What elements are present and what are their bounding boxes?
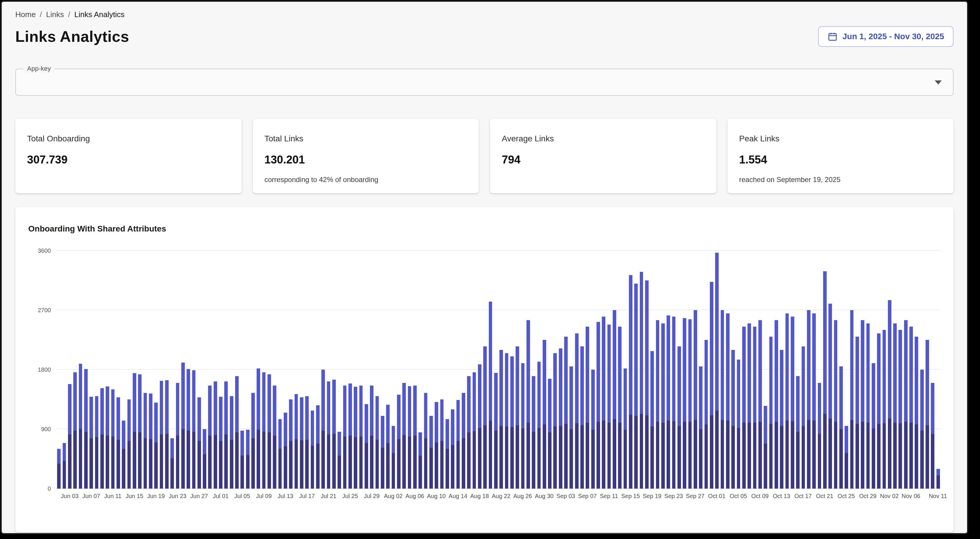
bar[interactable] — [94, 250, 99, 489]
bar[interactable] — [245, 250, 250, 489]
bar[interactable] — [552, 250, 558, 489]
bar[interactable] — [509, 250, 515, 489]
bar[interactable] — [698, 250, 703, 489]
bar[interactable] — [315, 250, 320, 489]
bar[interactable] — [719, 250, 725, 489]
bar[interactable] — [240, 250, 245, 489]
bar[interactable] — [795, 250, 800, 489]
bar[interactable] — [191, 250, 196, 489]
bar[interactable] — [633, 250, 639, 489]
bar[interactable] — [757, 250, 763, 489]
bar[interactable] — [428, 250, 434, 489]
bar[interactable] — [202, 250, 207, 489]
bar[interactable] — [364, 250, 369, 489]
bar[interactable] — [89, 250, 94, 489]
bar[interactable] — [288, 250, 293, 489]
bar[interactable] — [925, 250, 930, 489]
bar[interactable] — [261, 250, 266, 489]
bar[interactable] — [542, 250, 547, 489]
bar[interactable] — [920, 250, 925, 489]
bar[interactable] — [326, 250, 331, 489]
bar[interactable] — [369, 250, 374, 489]
bar[interactable] — [358, 250, 363, 489]
date-range-button[interactable]: Jun 1, 2025 - Nov 30, 2025 — [818, 26, 953, 47]
bar[interactable] — [385, 250, 391, 489]
bar[interactable] — [779, 250, 784, 489]
breadcrumb-item-home[interactable]: Home — [15, 10, 36, 19]
bar[interactable] — [461, 250, 466, 489]
bar[interactable] — [283, 250, 288, 489]
bar[interactable] — [293, 250, 299, 489]
bar[interactable] — [186, 250, 191, 489]
bar[interactable] — [445, 250, 450, 489]
bar[interactable] — [396, 250, 401, 489]
bar[interactable] — [881, 250, 887, 489]
bar[interactable] — [811, 250, 817, 489]
bar[interactable] — [164, 250, 170, 489]
bar[interactable] — [747, 250, 752, 489]
bar[interactable] — [639, 250, 644, 489]
bar[interactable] — [170, 250, 175, 489]
bar[interactable] — [768, 250, 773, 489]
bar[interactable] — [418, 250, 423, 489]
bar[interactable] — [159, 250, 164, 489]
bar[interactable] — [714, 250, 719, 489]
bar[interactable] — [655, 250, 660, 489]
bar[interactable] — [649, 250, 655, 489]
bar[interactable] — [99, 250, 105, 489]
bar[interactable] — [865, 250, 870, 489]
bar[interactable] — [142, 250, 148, 489]
bar[interactable] — [105, 250, 110, 489]
bar[interactable] — [62, 250, 67, 489]
bar[interactable] — [800, 250, 806, 489]
bar[interactable] — [930, 250, 935, 489]
bar[interactable] — [116, 250, 121, 489]
bar[interactable] — [526, 250, 531, 489]
bar[interactable] — [790, 250, 795, 489]
bar[interactable] — [423, 250, 428, 489]
bar[interactable] — [267, 250, 272, 489]
bar[interactable] — [439, 250, 444, 489]
bar[interactable] — [741, 250, 747, 489]
bar[interactable] — [628, 250, 633, 489]
bar[interactable] — [520, 250, 525, 489]
bar[interactable] — [763, 250, 768, 489]
bar[interactable] — [908, 250, 914, 489]
bar[interactable] — [660, 250, 666, 489]
bar[interactable] — [218, 250, 223, 489]
bar[interactable] — [272, 250, 277, 489]
bar[interactable] — [137, 250, 142, 489]
bar[interactable] — [412, 250, 418, 489]
bar[interactable] — [606, 250, 611, 489]
bar[interactable] — [887, 250, 892, 489]
bar[interactable] — [601, 250, 606, 489]
bar[interactable] — [574, 250, 579, 489]
bar[interactable] — [67, 250, 72, 489]
bar[interactable] — [844, 250, 849, 489]
bar[interactable] — [935, 250, 940, 489]
bar[interactable] — [730, 250, 736, 489]
bar[interactable] — [585, 250, 590, 489]
bar[interactable] — [223, 250, 229, 489]
bar[interactable] — [817, 250, 822, 489]
bar[interactable] — [498, 250, 504, 489]
bar[interactable] — [471, 250, 477, 489]
bar[interactable] — [736, 250, 741, 489]
bar[interactable] — [353, 250, 358, 489]
bar[interactable] — [342, 250, 347, 489]
bar[interactable] — [682, 250, 687, 489]
bar[interactable] — [590, 250, 595, 489]
bar[interactable] — [256, 250, 261, 489]
bar[interactable] — [493, 250, 498, 489]
bar[interactable] — [401, 250, 407, 489]
bar[interactable] — [234, 250, 240, 489]
bar[interactable] — [531, 250, 536, 489]
bar[interactable] — [774, 250, 779, 489]
bar[interactable] — [310, 250, 315, 489]
bar[interactable] — [299, 250, 304, 489]
bar[interactable] — [892, 250, 897, 489]
bar[interactable] — [536, 250, 541, 489]
bar[interactable] — [504, 250, 509, 489]
bar[interactable] — [558, 250, 563, 489]
bar[interactable] — [175, 250, 180, 489]
